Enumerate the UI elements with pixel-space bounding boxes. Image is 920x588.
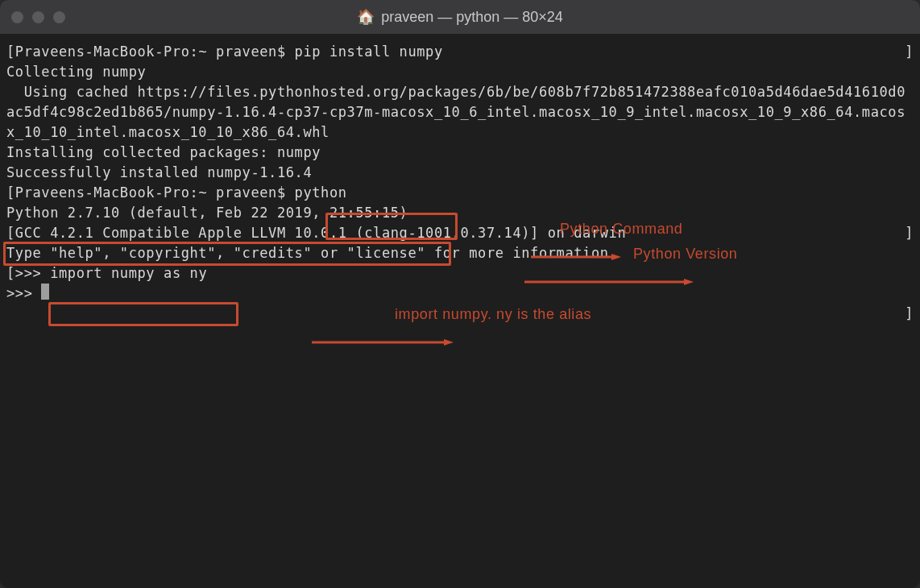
terminal-output[interactable]: [Praveens-MacBook-Pro:~ praveen$ pip ins… <box>0 34 920 588</box>
annotation-label-import: import numpy. ny is the alias <box>395 304 591 325</box>
output-line: Installing collected packages: numpy <box>6 143 914 163</box>
window-title: 🏠 praveen — python — 80×24 <box>0 8 920 26</box>
bracket-open: [ <box>6 43 15 60</box>
home-icon: 🏠 <box>357 8 375 26</box>
shell-command-python: python <box>295 184 347 201</box>
zoom-icon[interactable] <box>53 11 65 23</box>
traffic-lights <box>11 11 65 23</box>
cursor <box>41 284 49 300</box>
close-icon[interactable] <box>11 11 23 23</box>
window-title-text: praveen — python — 80×24 <box>381 9 563 26</box>
python-prompt: >>> <box>15 265 50 281</box>
terminal-window: 🏠 praveen — python — 80×24 [Praveens-Mac… <box>0 0 920 588</box>
bracket-open: [ <box>6 265 15 281</box>
output-line: [GCC 4.2.1 Compatible Apple LLVM 10.0.1 … <box>6 223 914 243</box>
output-line: Collecting numpy <box>6 62 914 82</box>
bracket-close: ] <box>905 223 914 243</box>
shell-command: pip install numpy <box>295 43 443 60</box>
arrow-icon <box>242 311 454 371</box>
python-version-line: Python 2.7.10 (default, Feb 22 2019, 21:… <box>6 203 914 223</box>
output-line: Using cached https://files.pythonhosted.… <box>6 82 914 143</box>
python-prompt: >>> <box>6 285 41 301</box>
bracket-close: ] <box>905 304 914 324</box>
shell-prompt: Praveens-MacBook-Pro:~ praveen$ <box>15 184 295 201</box>
python-command: import numpy as ny <box>50 265 207 281</box>
svg-marker-5 <box>444 339 454 346</box>
bracket-open: [ <box>6 184 15 201</box>
minimize-icon[interactable] <box>32 11 44 23</box>
annotation-box-import <box>48 302 238 326</box>
bracket-close: ] <box>905 42 914 62</box>
output-line: Successfully installed numpy-1.16.4 <box>6 163 914 183</box>
output-line: Type "help", "copyright", "credits" or "… <box>6 243 914 263</box>
titlebar: 🏠 praveen — python — 80×24 <box>0 0 920 34</box>
shell-prompt: Praveens-MacBook-Pro:~ praveen$ <box>15 43 295 60</box>
